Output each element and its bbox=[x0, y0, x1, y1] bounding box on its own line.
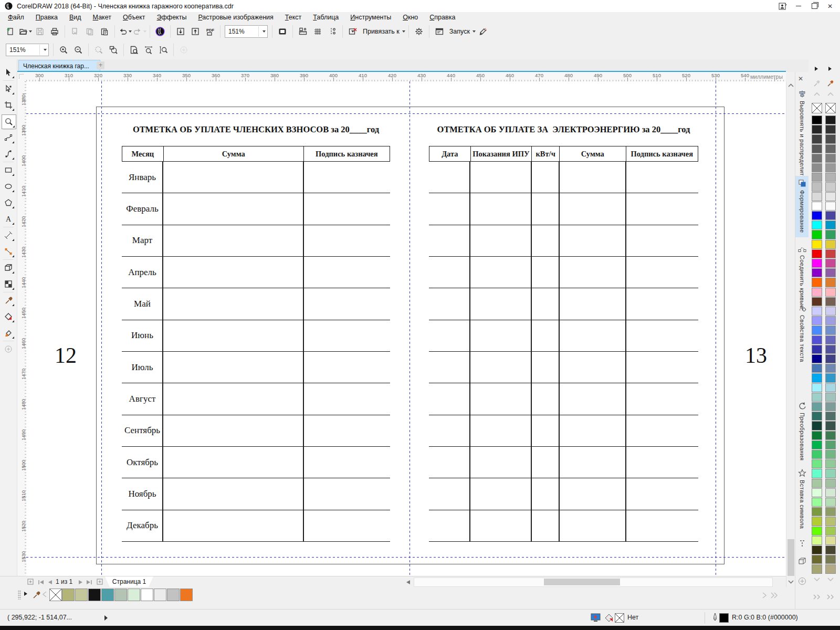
color-swatch[interactable] bbox=[825, 412, 836, 421]
rectangle-tool[interactable] bbox=[2, 163, 15, 177]
color-swatch[interactable] bbox=[812, 125, 822, 134]
guideline-horizontal-top[interactable] bbox=[26, 113, 786, 114]
zoom-tool[interactable] bbox=[2, 114, 16, 129]
color-swatch[interactable] bbox=[825, 163, 836, 172]
scroll-up-icon[interactable] bbox=[788, 83, 794, 87]
color-swatch[interactable] bbox=[825, 173, 836, 182]
palette-scroll-down-icon[interactable] bbox=[827, 578, 834, 582]
color-swatch[interactable] bbox=[812, 134, 822, 143]
vertical-scroll-thumb[interactable] bbox=[788, 539, 794, 576]
snap-off-icon[interactable] bbox=[346, 24, 360, 39]
show-grid-icon[interactable] bbox=[311, 24, 324, 39]
color-swatch[interactable] bbox=[825, 421, 836, 430]
color-swatch[interactable] bbox=[825, 393, 836, 402]
new-document-icon[interactable] bbox=[4, 24, 17, 39]
menu-item-9[interactable]: Таблица bbox=[307, 14, 344, 21]
crop-tool[interactable] bbox=[2, 98, 15, 112]
polygon-tool[interactable] bbox=[2, 196, 15, 209]
color-swatch[interactable] bbox=[812, 412, 822, 421]
zoom-combo-dropdown-icon[interactable] bbox=[39, 45, 48, 55]
ellipse-tool[interactable] bbox=[2, 180, 15, 193]
color-swatch[interactable] bbox=[812, 326, 822, 334]
docker-close-icon[interactable]: ✕ bbox=[798, 75, 803, 82]
zoom-out-icon[interactable] bbox=[71, 43, 85, 57]
color-swatch[interactable] bbox=[812, 144, 822, 153]
no-color-swatch[interactable] bbox=[49, 589, 62, 601]
no-color-swatch[interactable] bbox=[825, 103, 836, 113]
document-color-swatch[interactable] bbox=[114, 589, 127, 601]
docker-tab-extrude-docker[interactable] bbox=[795, 554, 809, 570]
palette-scroll-up-icon[interactable] bbox=[827, 92, 834, 96]
paste-icon[interactable] bbox=[98, 24, 111, 39]
color-swatch[interactable] bbox=[825, 288, 836, 297]
color-swatch[interactable] bbox=[812, 527, 822, 536]
color-swatch[interactable] bbox=[825, 144, 836, 153]
color-swatch[interactable] bbox=[812, 154, 822, 163]
menu-item-6[interactable]: Эффекты bbox=[151, 14, 193, 21]
extrude-tool[interactable] bbox=[2, 261, 15, 275]
docker-tab-dash-pattern[interactable] bbox=[795, 536, 809, 552]
add-page-before-button[interactable] bbox=[26, 578, 35, 586]
color-swatch[interactable] bbox=[812, 173, 822, 182]
color-swatch[interactable] bbox=[812, 469, 822, 478]
restore-button[interactable] bbox=[806, 1, 822, 12]
pick-tool[interactable] bbox=[2, 66, 15, 79]
redo-icon[interactable] bbox=[133, 24, 146, 39]
no-color-swatch[interactable] bbox=[812, 103, 822, 113]
color-swatch[interactable] bbox=[812, 402, 822, 411]
color-swatch[interactable] bbox=[812, 307, 822, 316]
color-swatch[interactable] bbox=[825, 307, 836, 316]
menu-item-2[interactable]: Правка bbox=[30, 14, 64, 21]
color-swatch[interactable] bbox=[825, 116, 836, 124]
color-swatch[interactable] bbox=[812, 383, 822, 392]
color-swatch[interactable] bbox=[812, 564, 822, 573]
color-swatch[interactable] bbox=[825, 230, 836, 239]
undo-icon[interactable] bbox=[118, 24, 132, 39]
color-swatch[interactable] bbox=[812, 536, 822, 545]
color-swatch[interactable] bbox=[812, 545, 822, 554]
color-swatch[interactable] bbox=[812, 498, 822, 507]
color-swatch[interactable] bbox=[825, 459, 836, 468]
docker-tab-text-properties[interactable]: AСвойства текста bbox=[795, 301, 809, 366]
docker-tab-shaping[interactable]: Формирование bbox=[795, 176, 809, 237]
color-swatch[interactable] bbox=[825, 125, 836, 134]
palette-scroll-down-icon[interactable] bbox=[814, 578, 820, 582]
color-swatch[interactable] bbox=[812, 488, 822, 497]
fullscreen-preview-icon[interactable] bbox=[276, 24, 289, 39]
color-swatch[interactable] bbox=[825, 507, 836, 516]
horizontal-scrollbar[interactable] bbox=[414, 578, 773, 587]
color-swatch[interactable] bbox=[812, 163, 822, 172]
guideline-vertical-left[interactable] bbox=[101, 81, 102, 576]
color-swatch[interactable] bbox=[812, 393, 822, 402]
palette-expand-icon[interactable] bbox=[827, 594, 835, 600]
previous-page-button[interactable] bbox=[46, 578, 54, 586]
color-swatch[interactable] bbox=[812, 230, 822, 239]
menu-item-8[interactable]: Текст bbox=[279, 14, 307, 21]
color-swatch[interactable] bbox=[825, 192, 836, 201]
add-page-after-button[interactable] bbox=[96, 578, 104, 586]
save-icon[interactable] bbox=[33, 24, 47, 39]
next-page-button[interactable] bbox=[77, 578, 84, 586]
color-swatch[interactable] bbox=[812, 450, 822, 459]
corel-apps-icon[interactable] bbox=[477, 24, 490, 39]
eyedropper-tool[interactable] bbox=[2, 293, 15, 307]
menu-item-5[interactable]: Объект bbox=[117, 14, 151, 21]
color-swatch[interactable] bbox=[825, 259, 836, 268]
color-swatch[interactable] bbox=[825, 240, 836, 249]
color-swatch[interactable] bbox=[825, 182, 836, 191]
print-icon[interactable] bbox=[48, 24, 61, 39]
minimize-button[interactable] bbox=[791, 1, 806, 12]
color-swatch[interactable] bbox=[825, 536, 836, 545]
color-swatch[interactable] bbox=[825, 297, 836, 306]
palette-flyout-icon[interactable] bbox=[828, 67, 832, 71]
color-swatch[interactable] bbox=[825, 450, 836, 459]
document-color-swatch[interactable] bbox=[75, 589, 88, 601]
color-swatch[interactable] bbox=[812, 316, 822, 325]
color-swatch[interactable] bbox=[825, 479, 836, 488]
horizontal-ruler[interactable]: 3003103203303403503603703803904004104204… bbox=[26, 72, 786, 82]
docpal-flyout-more-icon[interactable] bbox=[771, 592, 778, 598]
color-swatch[interactable] bbox=[812, 288, 822, 297]
menu-item-3[interactable]: Вид bbox=[64, 14, 87, 21]
color-swatch[interactable] bbox=[812, 555, 822, 564]
color-swatch[interactable] bbox=[825, 383, 836, 392]
